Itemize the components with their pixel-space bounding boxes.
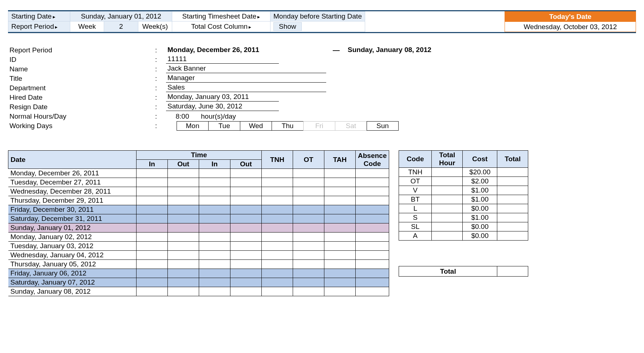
time-cell[interactable] xyxy=(293,269,324,278)
working-day-sat[interactable]: Sat xyxy=(335,121,367,131)
time-cell[interactable] xyxy=(293,214,324,223)
time-cell[interactable] xyxy=(137,196,168,205)
time-cell[interactable] xyxy=(356,205,389,214)
time-cell[interactable] xyxy=(199,223,230,233)
time-cell[interactable] xyxy=(324,242,356,251)
time-cell[interactable] xyxy=(356,260,389,269)
time-cell[interactable] xyxy=(230,251,262,260)
time-cell[interactable] xyxy=(262,251,293,260)
time-cell[interactable] xyxy=(262,242,293,251)
time-cell[interactable] xyxy=(168,178,199,187)
value-cell[interactable] xyxy=(432,204,463,213)
time-cell[interactable] xyxy=(199,233,230,242)
time-cell[interactable] xyxy=(262,169,293,178)
time-cell[interactable] xyxy=(230,242,262,251)
time-cell[interactable] xyxy=(168,260,199,269)
time-cell[interactable] xyxy=(168,278,199,287)
time-cell[interactable] xyxy=(262,214,293,223)
value-cell[interactable] xyxy=(497,204,528,213)
time-cell[interactable] xyxy=(168,269,199,278)
time-cell[interactable] xyxy=(324,260,356,269)
time-cell[interactable] xyxy=(199,287,230,296)
time-cell[interactable] xyxy=(168,169,199,178)
time-cell[interactable] xyxy=(262,187,293,196)
report-count[interactable]: 2 xyxy=(104,21,138,32)
working-day-sun[interactable]: Sun xyxy=(367,121,399,131)
nh-hours[interactable]: 8:00 xyxy=(166,112,199,120)
time-cell[interactable] xyxy=(324,251,356,260)
time-cell[interactable] xyxy=(199,260,230,269)
time-cell[interactable] xyxy=(137,205,168,214)
time-cell[interactable] xyxy=(137,242,168,251)
working-day-thu[interactable]: Thu xyxy=(272,121,304,131)
time-cell[interactable] xyxy=(293,233,324,242)
value-cell[interactable] xyxy=(432,213,463,222)
time-cell[interactable] xyxy=(199,242,230,251)
time-cell[interactable] xyxy=(230,278,262,287)
time-cell[interactable] xyxy=(262,269,293,278)
time-cell[interactable] xyxy=(137,187,168,196)
cost-col-value[interactable]: Show xyxy=(273,22,302,31)
time-cell[interactable] xyxy=(356,196,389,205)
time-cell[interactable] xyxy=(293,187,324,196)
time-cell[interactable] xyxy=(356,169,389,178)
time-cell[interactable] xyxy=(199,178,230,187)
time-cell[interactable] xyxy=(230,287,262,296)
starting-ts-value[interactable]: Monday before Starting Date xyxy=(270,12,365,21)
value-cell[interactable] xyxy=(497,177,528,186)
working-day-fri[interactable]: Fri xyxy=(303,121,335,131)
time-cell[interactable] xyxy=(293,287,324,296)
time-cell[interactable] xyxy=(262,287,293,296)
value-cell[interactable] xyxy=(432,231,463,241)
time-cell[interactable] xyxy=(137,214,168,223)
value-cell[interactable] xyxy=(432,186,463,195)
time-cell[interactable] xyxy=(230,269,262,278)
time-cell[interactable] xyxy=(199,278,230,287)
time-cell[interactable] xyxy=(262,205,293,214)
time-cell[interactable] xyxy=(230,187,262,196)
time-cell[interactable] xyxy=(324,214,356,223)
time-cell[interactable] xyxy=(356,214,389,223)
time-cell[interactable] xyxy=(324,269,356,278)
value-cell[interactable] xyxy=(432,195,463,204)
time-cell[interactable] xyxy=(324,169,356,178)
time-cell[interactable] xyxy=(324,233,356,242)
time-cell[interactable] xyxy=(137,278,168,287)
name-value[interactable]: Jack Banner xyxy=(166,64,326,73)
time-cell[interactable] xyxy=(324,205,356,214)
time-cell[interactable] xyxy=(230,178,262,187)
time-cell[interactable] xyxy=(262,178,293,187)
time-cell[interactable] xyxy=(199,251,230,260)
time-cell[interactable] xyxy=(168,196,199,205)
time-cell[interactable] xyxy=(356,287,389,296)
time-cell[interactable] xyxy=(293,251,324,260)
time-cell[interactable] xyxy=(293,169,324,178)
report-unit[interactable]: Week xyxy=(70,21,104,32)
time-cell[interactable] xyxy=(293,205,324,214)
time-cell[interactable] xyxy=(168,223,199,233)
value-cell[interactable] xyxy=(497,186,528,195)
hired-value[interactable]: Monday, January 03, 2011 xyxy=(166,93,279,102)
time-cell[interactable] xyxy=(262,260,293,269)
time-cell[interactable] xyxy=(168,242,199,251)
time-cell[interactable] xyxy=(230,205,262,214)
time-cell[interactable] xyxy=(356,187,389,196)
time-cell[interactable] xyxy=(356,278,389,287)
time-cell[interactable] xyxy=(356,233,389,242)
time-cell[interactable] xyxy=(356,178,389,187)
time-cell[interactable] xyxy=(324,178,356,187)
value-cell[interactable] xyxy=(497,222,528,231)
time-cell[interactable] xyxy=(168,233,199,242)
time-cell[interactable] xyxy=(230,214,262,223)
resign-value[interactable]: Saturday, June 30, 2012 xyxy=(166,102,279,111)
time-cell[interactable] xyxy=(356,223,389,233)
working-day-wed[interactable]: Wed xyxy=(240,121,272,131)
time-cell[interactable] xyxy=(230,260,262,269)
time-cell[interactable] xyxy=(324,196,356,205)
time-cell[interactable] xyxy=(137,178,168,187)
time-cell[interactable] xyxy=(293,178,324,187)
time-cell[interactable] xyxy=(262,233,293,242)
value-cell[interactable] xyxy=(432,177,463,186)
time-cell[interactable] xyxy=(199,269,230,278)
time-cell[interactable] xyxy=(356,242,389,251)
